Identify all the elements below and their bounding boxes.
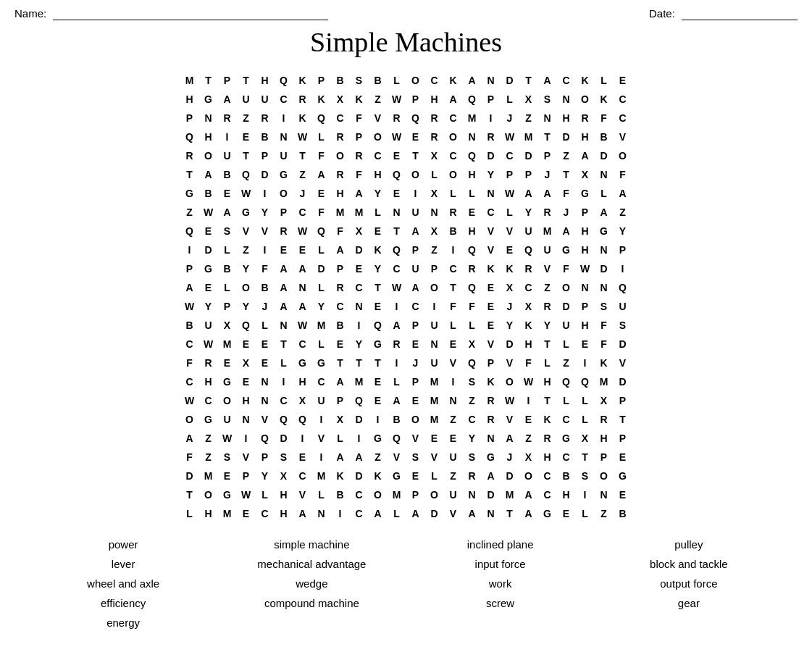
- grid-cell: Y: [501, 316, 519, 335]
- grid-cell: Z: [557, 146, 576, 165]
- grid-cell: L: [312, 128, 331, 146]
- grid-cell: V: [444, 504, 463, 523]
- grid-cell: L: [312, 241, 331, 259]
- grid-cell: E: [350, 259, 369, 278]
- grid-cell: C: [388, 259, 406, 278]
- grid-cell: E: [406, 391, 425, 410]
- grid-cell: W: [180, 297, 199, 316]
- grid-cell: Q: [463, 278, 482, 297]
- grid-cell: P: [218, 297, 237, 316]
- grid-cell: L: [218, 241, 237, 259]
- grid-cell: L: [425, 467, 444, 485]
- grid-cell: E: [406, 335, 425, 354]
- grid-cell: M: [331, 203, 350, 222]
- grid-cell: P: [519, 165, 538, 184]
- grid-cell: R: [331, 165, 350, 184]
- grid-cell: G: [293, 354, 312, 372]
- grid-cell: R: [576, 109, 595, 128]
- grid-cell: I: [444, 372, 463, 391]
- grid-cell: W: [388, 278, 406, 297]
- grid-cell: Q: [237, 316, 256, 335]
- grid-cell: R: [180, 146, 199, 165]
- grid-cell: I: [614, 259, 632, 278]
- grid-cell: U: [218, 146, 237, 165]
- grid-cell: P: [614, 391, 632, 410]
- grid-cell: T: [369, 354, 388, 372]
- grid-cell: L: [256, 316, 275, 335]
- grid-cell: Q: [312, 222, 331, 241]
- grid-cell: C: [444, 109, 463, 128]
- grid-cell: A: [331, 241, 350, 259]
- grid-cell: U: [538, 241, 557, 259]
- grid-cell: P: [482, 354, 501, 372]
- grid-cell: U: [425, 316, 444, 335]
- grid-cell: Y: [237, 297, 256, 316]
- grid-cell: T: [444, 278, 463, 297]
- grid-cell: I: [519, 391, 538, 410]
- grid-cell: V: [614, 354, 632, 372]
- grid-cell: E: [501, 241, 519, 259]
- grid-cell: B: [256, 278, 275, 297]
- grid-cell: L: [388, 71, 406, 90]
- grid-cell: U: [256, 90, 275, 109]
- grid-cell: N: [199, 109, 218, 128]
- grid-cell: B: [557, 467, 576, 485]
- grid-cell: E: [557, 504, 576, 523]
- grid-cell: C: [406, 297, 425, 316]
- grid-cell: D: [519, 146, 538, 165]
- grid-cell: L: [557, 391, 576, 410]
- name-input[interactable]: [53, 7, 328, 20]
- grid-cell: X: [350, 222, 369, 241]
- grid-cell: L: [595, 184, 614, 203]
- grid-cell: F: [595, 316, 614, 335]
- grid-cell: E: [482, 297, 501, 316]
- word-list-item: mechanical advantage: [217, 556, 406, 572]
- grid-cell: T: [350, 354, 369, 372]
- grid-cell: I: [369, 410, 388, 429]
- grid-cell: I: [331, 504, 350, 523]
- grid-cell: Q: [388, 241, 406, 259]
- grid-cell: Y: [369, 259, 388, 278]
- grid-cell: P: [406, 90, 425, 109]
- grid-cell: C: [501, 146, 519, 165]
- grid-cell: W: [519, 372, 538, 391]
- grid-cell: C: [275, 90, 293, 109]
- grid-cell: T: [369, 278, 388, 297]
- grid-cell: X: [595, 391, 614, 410]
- grid-cell: R: [444, 203, 463, 222]
- grid-cell: I: [275, 372, 293, 391]
- grid-cell: C: [614, 109, 632, 128]
- grid-cell: L: [444, 316, 463, 335]
- grid-cell: K: [576, 71, 595, 90]
- grid-cell: N: [256, 391, 275, 410]
- grid-cell: N: [482, 71, 501, 90]
- grid-cell: L: [388, 372, 406, 391]
- grid-cell: J: [501, 297, 519, 316]
- grid-cell: T: [237, 146, 256, 165]
- grid-cell: A: [388, 391, 406, 410]
- grid-cell: J: [256, 297, 275, 316]
- grid-cell: I: [312, 448, 331, 467]
- grid-cell: Y: [312, 297, 331, 316]
- grid-cell: L: [538, 354, 557, 372]
- grid-cell: E: [331, 335, 350, 354]
- grid-cell: Y: [256, 203, 275, 222]
- grid-cell: I: [425, 297, 444, 316]
- grid-cell: Q: [519, 241, 538, 259]
- grid-cell: P: [614, 241, 632, 259]
- grid-cell: L: [444, 184, 463, 203]
- grid-cell: Z: [293, 165, 312, 184]
- grid-cell: E: [519, 410, 538, 429]
- grid-cell: E: [482, 278, 501, 297]
- grid-cell: M: [218, 504, 237, 523]
- grid-cell: P: [331, 391, 350, 410]
- date-input[interactable]: [682, 7, 798, 20]
- grid-cell: D: [350, 467, 369, 485]
- word-list-item: energy: [29, 614, 217, 631]
- grid-cell: H: [199, 128, 218, 146]
- grid-cell: M: [595, 372, 614, 391]
- grid-cell: Y: [350, 335, 369, 354]
- grid-cell: A: [538, 71, 557, 90]
- grid-cell: Z: [425, 241, 444, 259]
- grid-cell: H: [595, 429, 614, 448]
